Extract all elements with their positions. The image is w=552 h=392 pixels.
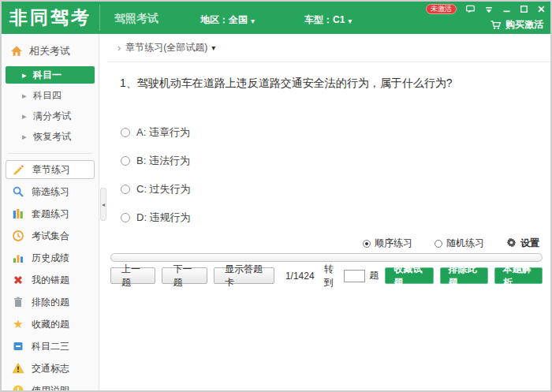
sidebar-item-full-score-exam[interactable]: 满分考试 [2, 107, 99, 125]
car-type-label: 车型：C1 [304, 13, 345, 27]
options-list: A: 违章行为 B: 违法行为 C: 过失行为 D: 违规行为 [121, 125, 191, 238]
favorite-question-button[interactable]: 收藏试题 [385, 267, 433, 284]
chevron-down-icon [251, 15, 255, 26]
traffic-sign-icon [12, 362, 24, 375]
sidebar-item-label: 筛选练习 [32, 185, 69, 199]
radio-icon [121, 213, 130, 222]
prev-question-button[interactable]: 上一题 [110, 267, 155, 284]
sidebar-item-excluded-questions[interactable]: 排除的题 [2, 293, 99, 312]
next-question-button[interactable]: 下一题 [162, 267, 207, 284]
sidebar-item-history-scores[interactable]: 历史成绩 [2, 248, 99, 267]
theme-menu-icon[interactable] [484, 5, 494, 14]
sidebar-item-label: 使用说明 [32, 384, 69, 391]
sidebar-item-label: 科目二三 [32, 340, 69, 353]
feedback-chat-icon[interactable] [465, 4, 476, 14]
sidebar: 相关考试 科目一 科目四 满分考试 恢复考试 章节练习 筛选练习 [2, 34, 99, 390]
sidebar-item-favorite-questions[interactable]: ★ 收藏的题 [2, 315, 99, 334]
goto-unit-label: 题 [369, 269, 379, 282]
sidebar-item-label: 收藏的题 [32, 318, 69, 331]
buy-activation-button[interactable]: 购买激活 [490, 18, 543, 32]
gear-icon [506, 237, 517, 250]
progress-bar [110, 253, 543, 262]
sidebar-item-label: 满分考试 [33, 110, 71, 123]
sidebar-item-label: 科目四 [33, 89, 62, 103]
radio-icon [435, 240, 442, 248]
region-selector[interactable]: 地区：全国 [200, 13, 255, 27]
sidebar-item-my-mistakes[interactable]: 我的错题 [2, 271, 99, 289]
app-window: 非同驾考 驾照考试 地区：全国 车型：C1 未激活 [0, 0, 552, 392]
history-chart-icon [12, 252, 24, 264]
sidebar-item-subject-one[interactable]: 科目一 [6, 66, 95, 84]
collapse-sidebar-icon[interactable]: ◂ [100, 188, 106, 221]
sidebar-item-recovery-exam[interactable]: 恢复考试 [2, 128, 99, 145]
exclude-question-button[interactable]: 排除此题 [440, 267, 488, 284]
option-label: B: 违法行为 [136, 154, 190, 168]
sidebar-item-chapter-practice[interactable]: 章节练习 [6, 160, 95, 179]
practice-mode-row: 顺序练习 随机练习 设置 [363, 237, 539, 250]
breadcrumb-dropdown[interactable]: 章节练习(全部试题) [125, 41, 215, 54]
module-title: 驾照考试 [114, 12, 159, 26]
sidebar-item-label: 考试集合 [32, 230, 69, 243]
app-header: 非同驾考 驾照考试 地区：全国 车型：C1 未激活 [2, 2, 550, 34]
sidebar-item-label: 交通标志 [32, 362, 69, 375]
question-progress-text: 1/1424 [285, 271, 315, 282]
sidebar-item-subject-two-three[interactable]: 科目二三 [2, 337, 99, 356]
goto-question-input[interactable] [344, 270, 365, 282]
sidebar-item-label: 章节练习 [32, 163, 70, 177]
maximize-icon[interactable] [520, 5, 528, 13]
sidebar-item-label: 历史成绩 [32, 252, 69, 265]
radio-icon [121, 128, 130, 137]
option-label: A: 违章行为 [136, 125, 190, 140]
window-controls: 未激活 [426, 3, 546, 15]
sidebar-section-label: 相关考试 [29, 44, 70, 58]
settings-button[interactable]: 设置 [506, 237, 539, 250]
home-icon [10, 45, 23, 58]
sidebar-item-traffic-signs[interactable]: 交通标志 [2, 359, 99, 378]
goto-label: 转到 [324, 263, 340, 289]
option-label: D: 违规行为 [136, 211, 191, 225]
main-content: 章节练习(全部试题) 1、驾驶机动车在道路上违反道路交通安全法的行为，属于什么行… [107, 34, 550, 390]
subject-book-icon [12, 340, 24, 353]
buy-activation-label: 购买激活 [505, 18, 543, 32]
star-icon: ★ [12, 318, 24, 330]
cart-icon [490, 19, 502, 31]
random-practice-radio[interactable]: 随机练习 [435, 237, 484, 250]
sidebar-item-user-guide[interactable]: 使用说明 [2, 381, 99, 390]
chevron-down-icon [348, 15, 352, 26]
sidebar-splitter[interactable]: ◂ [100, 34, 107, 390]
minimize-icon[interactable] [502, 5, 511, 13]
sequential-practice-radio[interactable]: 顺序练习 [363, 237, 412, 250]
sidebar-item-label: 科目一 [33, 69, 62, 82]
sidebar-item-exam-collection[interactable]: 考试集合 [2, 226, 99, 245]
clock-icon [12, 230, 24, 242]
show-answer-card-button[interactable]: 显示答题卡 [214, 267, 274, 284]
sidebar-item-filter-practice[interactable]: 筛选练习 [2, 182, 99, 201]
exam-set-icon [12, 207, 24, 220]
random-practice-label: 随机练习 [446, 237, 484, 250]
option-b[interactable]: B: 违法行为 [121, 153, 191, 169]
option-d[interactable]: D: 违规行为 [121, 210, 191, 226]
radio-checked-icon [363, 240, 371, 248]
sidebar-section-related-exams[interactable]: 相关考试 [2, 40, 99, 62]
sidebar-item-exam-set-practice[interactable]: 套题练习 [2, 204, 99, 223]
help-icon [12, 384, 24, 390]
sidebar-item-subject-four[interactable]: 科目四 [2, 87, 99, 104]
option-a[interactable]: A: 违章行为 [121, 125, 191, 140]
pencil-icon [13, 163, 25, 176]
search-icon [12, 185, 24, 198]
app-logo: 非同驾考 [9, 5, 100, 31]
option-c[interactable]: C: 过失行为 [121, 181, 191, 197]
sidebar-item-label: 恢复考试 [33, 130, 71, 144]
wrong-cross-icon [12, 274, 24, 286]
region-label: 地区：全国 [200, 13, 248, 27]
sidebar-item-label: 套题练习 [32, 207, 69, 221]
car-type-selector[interactable]: 车型：C1 [304, 13, 352, 27]
sequential-practice-label: 顺序练习 [375, 237, 412, 250]
close-icon[interactable] [537, 5, 546, 13]
activation-status-badge: 未激活 [426, 4, 457, 14]
trash-icon [12, 296, 24, 308]
question-nav-row: 上一题 下一题 显示答题卡 1/1424 转到 题 收藏试题 排除此题 本题解析 [110, 267, 543, 284]
question-analysis-button[interactable]: 本题解析 [494, 267, 543, 284]
question-text: 1、驾驶机动车在道路上违反道路交通安全法的行为，属于什么行为? [120, 75, 539, 91]
sidebar-item-label: 我的错题 [32, 274, 69, 287]
